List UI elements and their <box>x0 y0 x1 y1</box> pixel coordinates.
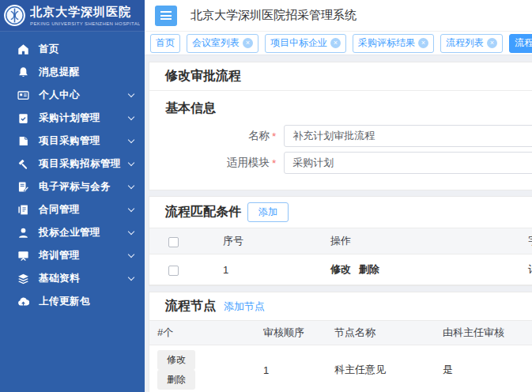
document-edit-icon <box>17 181 29 193</box>
chevron-down-icon <box>128 137 134 143</box>
chevron-down-icon <box>128 183 134 189</box>
sidebar-item-project-procurement[interactable]: 项目采购管理 <box>0 130 145 153</box>
nodes-header-row: #个 审核顺序 节点名称 由科主任审核 <box>149 321 532 345</box>
close-icon[interactable]: × <box>487 38 497 48</box>
hospital-name: 北京大学深圳医院 <box>30 5 140 20</box>
delete-link[interactable]: 删除 <box>359 263 379 275</box>
cloud-upload-icon <box>17 296 29 307</box>
sidebar-item-label: 培训管理 <box>39 249 80 262</box>
chevron-down-icon <box>128 251 134 258</box>
sidebar: 北京大学深圳医院 PEKING UNIVERSITY SHENZHEN HOSP… <box>0 0 145 392</box>
column-dept-review: 由科主任审核 <box>435 321 532 345</box>
column-hash: #个 <box>149 321 255 345</box>
row-checkbox[interactable] <box>168 266 179 276</box>
close-icon[interactable]: × <box>243 38 253 48</box>
module-field[interactable] <box>284 152 532 174</box>
bell-icon <box>17 66 29 78</box>
chevron-down-icon <box>128 91 134 97</box>
node-name: 科主任意见 <box>326 345 435 392</box>
sidebar-item-label: 采购计划管理 <box>39 111 100 125</box>
basic-info-form: 名称 * 适用模块 * <box>149 125 532 190</box>
delete-button[interactable]: 删除 <box>157 370 195 390</box>
tab-meeting-room-list[interactable]: 会议室列表 × <box>187 34 258 53</box>
home-icon <box>17 43 29 55</box>
tab-winning-bidders[interactable]: 项目中标企业 × <box>265 34 346 53</box>
node-order: 1 <box>255 345 326 392</box>
basic-info-section-title: 基本信息 <box>149 91 532 120</box>
condition-field-value: 计划类型 <box>516 254 532 285</box>
chevron-down-icon <box>128 114 134 120</box>
sidebar-item-messages[interactable]: 消息提醒 <box>0 61 145 84</box>
table-row: 修改 删除 1 科主任意见 是 <box>149 345 532 392</box>
module-field-row: 适用模块 * <box>149 152 532 174</box>
page-title: 修改审批流程 <box>149 62 532 91</box>
sidebar-item-label: 投标企业管理 <box>39 226 100 239</box>
modify-link[interactable]: 修改 <box>330 263 351 275</box>
sidebar-item-contract-management[interactable]: 合同管理 <box>0 198 145 221</box>
id-card-icon <box>17 89 29 101</box>
tab-home[interactable]: 首页 <box>150 34 180 53</box>
required-mark: * <box>272 157 276 169</box>
table-row: 1 修改 删除 计划类型 <box>149 254 532 285</box>
sidebar-item-upload-package[interactable]: 上传更新包 <box>0 290 145 313</box>
conditions-section-title: 流程匹配条件 <box>165 204 241 220</box>
topbar: 北京大学深圳医院招采管理系统 <box>145 0 532 32</box>
sidebar-menu: 首页 消息提醒 个人中心 采购计划管理 项目采购管理 <box>0 32 145 313</box>
name-field-row: 名称 * <box>149 125 532 147</box>
chevron-down-icon <box>128 160 134 166</box>
node-dept-review: 是 <box>435 345 532 392</box>
tab-bar: 首页 会议室列表 × 项目中标企业 × 采购评标结果 × 流程列表 × 流程 × <box>145 32 532 55</box>
app-window: 北京大学深圳医院 PEKING UNIVERSITY SHENZHEN HOSP… <box>0 0 532 392</box>
tab-evaluation-results[interactable]: 采购评标结果 × <box>353 34 434 53</box>
hospital-logo-icon <box>3 4 26 27</box>
sidebar-item-label: 上传更新包 <box>39 295 90 308</box>
column-name: 节点名称 <box>326 321 435 345</box>
conditions-table: 序号 操作 字段 1 修改 删除 计划 <box>149 228 532 285</box>
name-field[interactable] <box>284 125 532 147</box>
user-icon <box>17 227 29 239</box>
modify-button[interactable]: 修改 <box>157 350 195 370</box>
process-nodes-card: 流程节点 添加节点 #个 审核顺序 节点名称 由科主任审核 <box>149 292 532 392</box>
sidebar-item-personal-center[interactable]: 个人中心 <box>0 84 145 107</box>
tab-process-list[interactable]: 流程列表 × <box>440 34 503 53</box>
sidebar-item-home[interactable]: 首页 <box>0 38 145 61</box>
add-condition-button[interactable]: 添加 <box>247 202 289 222</box>
required-mark: * <box>272 130 276 142</box>
nodes-table: #个 审核顺序 节点名称 由科主任审核 修改 删除 1 <box>149 320 532 392</box>
sidebar-item-label: 基础资料 <box>39 272 80 285</box>
close-icon[interactable]: × <box>330 38 341 48</box>
conditions-header-row: 序号 操作 字段 <box>149 228 532 254</box>
sidebar-item-bidder-management[interactable]: 投标企业管理 <box>0 221 145 244</box>
condition-seq: 1 <box>211 254 319 285</box>
presentation-icon <box>17 250 29 262</box>
module-label: 适用模块 <box>149 156 270 170</box>
close-icon[interactable]: × <box>418 38 428 48</box>
sidebar-item-label: 项目采购管理 <box>39 134 100 148</box>
tab-process[interactable]: 流程 × <box>509 34 532 53</box>
sidebar-item-training-management[interactable]: 培训管理 <box>0 244 145 267</box>
select-all-checkbox[interactable] <box>168 237 179 247</box>
hospital-logo: 北京大学深圳医院 PEKING UNIVERSITY SHENZHEN HOSP… <box>0 0 145 32</box>
layers-icon <box>17 273 29 285</box>
nodes-section-title: 流程节点 <box>165 298 216 315</box>
column-field: 字段 <box>516 228 532 254</box>
contract-icon <box>17 204 29 216</box>
main-area: 北京大学深圳医院招采管理系统 首页 会议室列表 × 项目中标企业 × 采购评标结… <box>145 0 532 392</box>
sidebar-item-procurement-plan[interactable]: 采购计划管理 <box>0 107 145 130</box>
content-area: 修改审批流程 基本信息 名称 * 适用模块 * <box>145 55 532 392</box>
sidebar-item-bidding-management[interactable]: 项目采购招标管理 <box>0 153 145 175</box>
hospital-name-en: PEKING UNIVERSITY SHENZHEN HOSPITAL <box>30 21 140 26</box>
sidebar-item-label: 合同管理 <box>39 203 80 217</box>
hamburger-menu-icon[interactable] <box>155 6 177 26</box>
gavel-icon <box>17 158 29 170</box>
sidebar-item-basic-data[interactable]: 基础资料 <box>0 267 145 290</box>
sidebar-item-label: 项目采购招标管理 <box>39 157 121 171</box>
name-label: 名称 <box>149 129 270 143</box>
clipboard-check-icon <box>17 112 29 124</box>
edit-process-card: 修改审批流程 基本信息 名称 * 适用模块 * <box>149 62 532 190</box>
sidebar-item-label: 个人中心 <box>39 89 80 102</box>
add-node-link[interactable]: 添加节点 <box>224 300 265 314</box>
chevron-down-icon <box>128 205 134 212</box>
document-icon <box>17 135 29 147</box>
sidebar-item-e-evaluation[interactable]: 电子评标与会务 <box>0 175 145 198</box>
